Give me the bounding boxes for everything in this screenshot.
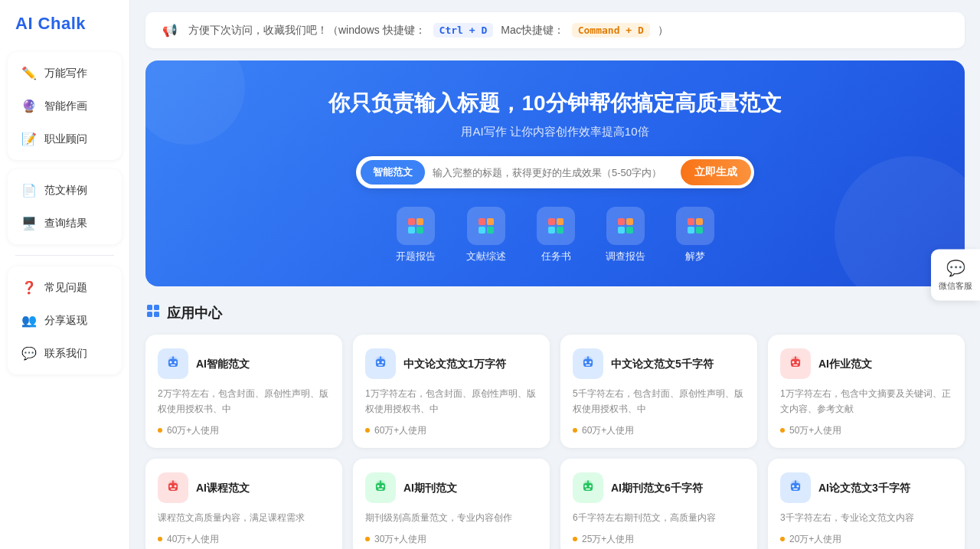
svg-point-67 <box>377 485 380 487</box>
card-users: 25万+人使用 <box>582 533 634 546</box>
sidebar-nav-group-1: ✏️ 万能写作 🔮 智能作画 📝 职业顾问 <box>8 52 122 160</box>
sidebar-item-chaxun[interactable]: 🖥️ 查询结果 <box>8 207 122 240</box>
diaocha-label: 调查报告 <box>606 250 645 263</box>
card-title: AI期刊范文 <box>403 481 457 495</box>
svg-rect-69 <box>378 489 383 490</box>
sidebar-item-zhiye[interactable]: 📝 职业顾问 <box>8 123 122 155</box>
robot-icon <box>163 478 183 498</box>
user-dot <box>573 428 577 433</box>
svg-point-44 <box>590 361 592 364</box>
main-content: 📢 方便下次访问，收藏我们吧！（windows 快捷键： Ctrl + D Ma… <box>130 0 980 549</box>
card-footer: 60万+人使用 <box>573 424 745 437</box>
card-users: 60万+人使用 <box>582 424 634 437</box>
svg-point-71 <box>380 480 381 482</box>
jiemeng-label: 解梦 <box>685 250 705 263</box>
card-footer: 30万+人使用 <box>365 533 537 546</box>
app-card-ai-fanwen[interactable]: AI智能范文 2万字符左右，包含封面、原创性声明、版权使用授权书、中 60万+人… <box>145 335 342 447</box>
card-title: AI课程范文 <box>196 481 250 495</box>
user-dot <box>780 537 785 541</box>
app-card-zhongwen-5k[interactable]: 中文论文范文5千字符 5千字符左右，包含封面、原创性声明、版权使用授权书、中 6… <box>560 335 757 447</box>
svg-rect-22 <box>147 312 152 317</box>
sidebar-item-label: 联系我们 <box>44 347 87 361</box>
card-footer: 20万+人使用 <box>780 533 952 546</box>
card-title: AI期刊范文6千字符 <box>611 481 703 495</box>
sidebar-item-label: 职业顾问 <box>44 132 87 146</box>
app-card-lunwen-3k[interactable]: AI论文范文3千字符 3千字符左右，专业论文范文内容 20万+人使用 <box>768 459 965 549</box>
sidebar-item-lianxi[interactable]: 💬 联系我们 <box>8 337 122 370</box>
jiemeng-icon <box>684 215 706 237</box>
hero-icon-wenxian[interactable]: 文献综述 <box>466 207 506 263</box>
sidebar-item-wenti[interactable]: ❓ 常见问题 <box>8 271 122 304</box>
jiemeng-icon-circle <box>676 207 714 245</box>
svg-point-28 <box>175 361 177 364</box>
svg-rect-16 <box>688 218 694 225</box>
card-desc: 3千字符左右，专业论文范文内容 <box>780 511 952 525</box>
svg-point-59 <box>170 485 172 487</box>
card-users: 20万+人使用 <box>789 533 841 546</box>
svg-point-35 <box>377 361 380 364</box>
hero-search-input[interactable] <box>425 162 681 183</box>
svg-point-63 <box>172 480 174 482</box>
robot-icon <box>371 478 390 498</box>
user-dot <box>365 537 370 541</box>
section-dot-icon <box>145 303 161 322</box>
card-top: AI课程范文 <box>158 472 330 503</box>
svg-rect-3 <box>416 227 423 234</box>
section-title: 应用中心 <box>167 304 222 322</box>
topbar-notice: 方便下次访问，收藏我们吧！（windows 快捷键： <box>188 24 426 38</box>
card-users: 50万+人使用 <box>789 424 841 437</box>
float-label: 微信客服 <box>939 279 972 291</box>
app-card-qikan-6k[interactable]: AI期刊范文6千字符 6千字符左右期刊范文，高质量内容 25万+人使用 <box>560 459 757 549</box>
svg-point-51 <box>792 361 795 364</box>
card-icon-qikan-6k <box>573 472 603 503</box>
hero-search-bar: 智能范文 立即生成 <box>356 156 754 188</box>
hero-icon-renwu[interactable]: 任务书 <box>537 207 575 263</box>
svg-rect-18 <box>688 227 694 234</box>
robot-icon <box>578 478 598 498</box>
svg-rect-4 <box>479 218 485 225</box>
user-dot <box>780 428 785 433</box>
card-icon-zuoye <box>780 348 811 379</box>
paint-icon: 🔮 <box>21 99 37 113</box>
svg-rect-77 <box>586 489 590 490</box>
app-card-kecheng[interactable]: AI课程范文 课程范文高质量内容，满足课程需求 40万+人使用 <box>145 459 342 549</box>
card-users: 60万+人使用 <box>374 424 426 437</box>
card-icon-zhongwen-5k <box>573 348 603 379</box>
card-icon-lunwen-3k <box>780 472 811 503</box>
svg-rect-11 <box>557 227 564 234</box>
robot-icon <box>786 478 805 498</box>
app-card-qikan[interactable]: AI期刊范文 期刊级别高质量范文，专业内容创作 30万+人使用 <box>353 459 550 549</box>
svg-rect-21 <box>154 305 159 310</box>
sidebar-item-fenjian[interactable]: 👥 分享返现 <box>8 304 122 337</box>
svg-rect-1 <box>416 218 423 225</box>
hero-generate-button[interactable]: 立即生成 <box>681 159 751 185</box>
hero-tab-label[interactable]: 智能范文 <box>361 160 425 185</box>
sidebar-item-wanneng[interactable]: ✏️ 万能写作 <box>8 57 122 90</box>
career-icon: 📝 <box>21 132 37 146</box>
svg-point-84 <box>797 485 799 487</box>
hero-icon-jiemeng[interactable]: 解梦 <box>676 207 714 263</box>
hero-banner: 你只负责输入标题，10分钟帮你搞定高质量范文 用AI写作 让你内容创作效率提高1… <box>145 60 965 286</box>
hero-icon-diaocha[interactable]: 调查报告 <box>606 207 645 263</box>
kaiti-icon <box>405 215 426 237</box>
sidebar-item-label: 分享返现 <box>44 314 87 328</box>
app-logo: AI Chalk <box>0 0 129 47</box>
wechat-icon: 💬 <box>946 258 965 276</box>
svg-point-55 <box>795 356 796 358</box>
svg-rect-85 <box>793 489 798 490</box>
svg-point-60 <box>175 485 177 487</box>
app-card-zuoye[interactable]: AI作业范文 1万字符左右，包含中文摘要及关键词、正文内容、参考文献 50万+人… <box>768 335 965 447</box>
sidebar-item-label: 常见问题 <box>44 281 87 295</box>
card-desc: 期刊级别高质量范文，专业内容创作 <box>365 511 537 525</box>
card-title: 中文论文范文5千字符 <box>611 357 714 371</box>
svg-point-76 <box>590 485 592 487</box>
sidebar-item-fanwen[interactable]: 📄 范文样例 <box>8 174 122 207</box>
topbar: 📢 方便下次访问，收藏我们吧！（windows 快捷键： Ctrl + D Ma… <box>145 12 965 48</box>
card-desc: 1万字符左右，包含中文摘要及关键词、正文内容、参考文献 <box>780 387 952 416</box>
svg-point-27 <box>170 361 172 364</box>
float-service-button[interactable]: 💬 微信客服 <box>931 249 980 300</box>
app-card-zhongwen-1w[interactable]: 中文论文范文1万字符 1万字符左右，包含封面、原创性声明、版权使用授权书、中 6… <box>353 335 550 447</box>
hero-icon-kaiti[interactable]: 开题报告 <box>396 207 436 263</box>
sidebar-item-zhineng[interactable]: 🔮 智能作画 <box>8 90 122 123</box>
user-dot <box>573 537 577 541</box>
